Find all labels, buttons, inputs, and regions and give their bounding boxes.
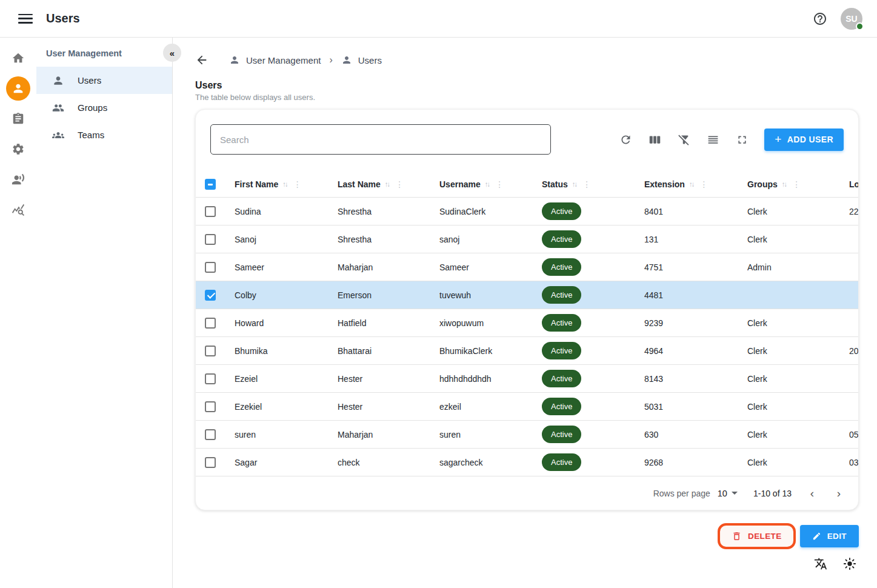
column-header-last-name[interactable]: Last Name ↑↓ ⋮	[338, 179, 439, 189]
status-badge: Active	[542, 398, 581, 415]
edit-button[interactable]: EDIT	[800, 525, 859, 547]
cell-last-name: Maharjan	[338, 262, 439, 272]
row-checkbox[interactable]	[205, 373, 216, 384]
breadcrumb-user-management[interactable]: User Management	[229, 55, 321, 65]
sidebar-item-label: Teams	[78, 130, 104, 140]
column-menu-icon[interactable]: ⋮	[293, 179, 302, 189]
column-header-extension[interactable]: Extension ↑↓ ⋮	[644, 179, 747, 189]
table-row[interactable]: Howard Hatfield xiwopuwum Active 9239 Cl…	[196, 309, 858, 337]
status-badge: Active	[542, 314, 581, 332]
sort-icon[interactable]: ↑↓	[385, 181, 390, 188]
table-row[interactable]: Sameer Maharjan Sameer Active 4751 Admin	[196, 253, 858, 281]
table-row[interactable]: Ezekiel Hester ezkeil Active 5031 Clerk	[196, 393, 858, 421]
back-arrow-icon[interactable]	[195, 53, 208, 67]
sidebar-item-groups[interactable]: Groups	[36, 94, 172, 121]
help-icon[interactable]	[813, 12, 827, 26]
cell-extension: 5031	[644, 402, 747, 412]
plus-icon: +	[775, 133, 782, 146]
rows-per-page-select[interactable]: 10	[718, 489, 738, 498]
table-header-row: First Name ↑↓ ⋮ Last Name ↑↓ ⋮ Username …	[196, 172, 858, 198]
table-row[interactable]: Ezeiel Hester hdhhdhddhdh Active 8143 Cl…	[196, 365, 858, 393]
fullscreen-icon[interactable]	[736, 133, 749, 146]
delete-button[interactable]: DELETE	[720, 526, 793, 547]
table-row[interactable]: Sagar check sagarcheck Active 9268 Clerk…	[196, 449, 858, 476]
breadcrumb-users[interactable]: Users	[341, 55, 382, 65]
row-checkbox[interactable]	[205, 206, 216, 217]
filter-off-icon[interactable]	[678, 133, 690, 146]
main-content: User Management › Users Users The table …	[173, 38, 877, 588]
users-table: First Name ↑↓ ⋮ Last Name ↑↓ ⋮ Username …	[196, 172, 858, 476]
cell-status: Active	[542, 258, 644, 276]
cell-groups: Clerk	[747, 235, 849, 244]
rail-voice[interactable]	[6, 167, 30, 192]
pagination: Rows per page 10 1-10 of 13 ‹ ›	[196, 476, 858, 510]
rail-home[interactable]	[6, 46, 30, 70]
table-row[interactable]: Colby Emerson tuvewuh Active 4481	[196, 281, 858, 309]
next-page-icon[interactable]: ›	[832, 486, 846, 501]
table-row[interactable]: Bhumika Bhattarai BhumikaClerk Active 49…	[196, 337, 858, 365]
cell-extension: 8401	[644, 207, 747, 216]
row-checkbox[interactable]	[205, 318, 216, 329]
row-checkbox[interactable]	[205, 401, 216, 412]
density-icon[interactable]	[707, 133, 719, 146]
sidebar-item-users[interactable]: Users	[36, 67, 172, 94]
status-badge: Active	[542, 342, 581, 359]
cell-groups: Clerk	[747, 207, 849, 216]
user-avatar[interactable]: SU	[841, 8, 862, 30]
column-header-log[interactable]: Log	[849, 179, 858, 189]
pencil-icon	[812, 532, 821, 541]
table-row[interactable]: Sanoj Shrestha sanoj Active 131 Clerk	[196, 226, 858, 253]
cell-status: Active	[542, 370, 644, 387]
rail-settings[interactable]	[6, 137, 30, 161]
column-header-groups[interactable]: Groups ↑↓ ⋮	[747, 179, 849, 189]
row-checkbox[interactable]	[205, 457, 216, 468]
cell-groups: Clerk	[747, 346, 849, 356]
rail-analytics[interactable]	[6, 198, 30, 222]
table-row[interactable]: suren Maharjan suren Active 630 Clerk 05…	[196, 421, 858, 449]
column-menu-icon[interactable]: ⋮	[699, 179, 708, 189]
sort-icon[interactable]: ↑↓	[282, 181, 287, 188]
column-menu-icon[interactable]: ⋮	[495, 179, 504, 189]
refresh-icon[interactable]	[619, 133, 632, 146]
status-badge: Active	[542, 286, 581, 304]
sort-icon[interactable]: ↑↓	[689, 181, 694, 188]
row-checkbox[interactable]	[205, 290, 216, 301]
row-checkbox[interactable]	[205, 262, 216, 273]
previous-page-icon[interactable]: ‹	[805, 486, 819, 501]
cell-extension: 9239	[644, 318, 747, 328]
cell-last-name: Hatfield	[338, 318, 439, 328]
rail-user-management[interactable]	[6, 76, 30, 101]
menu-icon[interactable]	[18, 14, 33, 24]
column-menu-icon[interactable]: ⋮	[582, 179, 591, 189]
cell-status: Active	[542, 342, 644, 359]
sort-icon[interactable]: ↑↓	[782, 181, 787, 188]
row-checkbox[interactable]	[205, 429, 216, 440]
column-menu-icon[interactable]: ⋮	[792, 179, 801, 189]
column-header-status[interactable]: Status ↑↓ ⋮	[542, 179, 644, 189]
assignment-icon	[12, 112, 25, 125]
user-icon	[229, 55, 240, 65]
select-all-checkbox[interactable]	[205, 179, 216, 190]
row-checkbox[interactable]	[205, 346, 216, 356]
add-user-button[interactable]: + ADD USER	[764, 129, 844, 151]
search-input[interactable]	[210, 124, 551, 155]
cell-status: Active	[542, 314, 644, 332]
sort-icon[interactable]: ↑↓	[572, 181, 577, 188]
cell-first-name: suren	[235, 430, 338, 439]
row-checkbox[interactable]	[205, 234, 216, 245]
columns-icon[interactable]	[649, 133, 661, 146]
status-badge: Active	[542, 426, 581, 443]
column-header-username[interactable]: Username ↑↓ ⋮	[439, 179, 542, 189]
delete-button-highlight: DELETE	[718, 523, 796, 549]
column-header-first-name[interactable]: First Name ↑↓ ⋮	[235, 179, 338, 189]
icon-rail	[0, 38, 36, 588]
table-row[interactable]: Sudina Shrestha SudinaClerk Active 8401 …	[196, 198, 858, 226]
rail-assignments[interactable]	[6, 107, 30, 131]
cell-first-name: Sagar	[235, 458, 338, 467]
translate-icon[interactable]	[814, 557, 827, 570]
sidebar-item-teams[interactable]: Teams	[36, 121, 172, 149]
column-menu-icon[interactable]: ⋮	[395, 179, 404, 189]
brightness-icon[interactable]	[843, 557, 856, 570]
sidebar-collapse-button[interactable]: «	[163, 44, 181, 62]
sort-icon[interactable]: ↑↓	[485, 181, 490, 188]
